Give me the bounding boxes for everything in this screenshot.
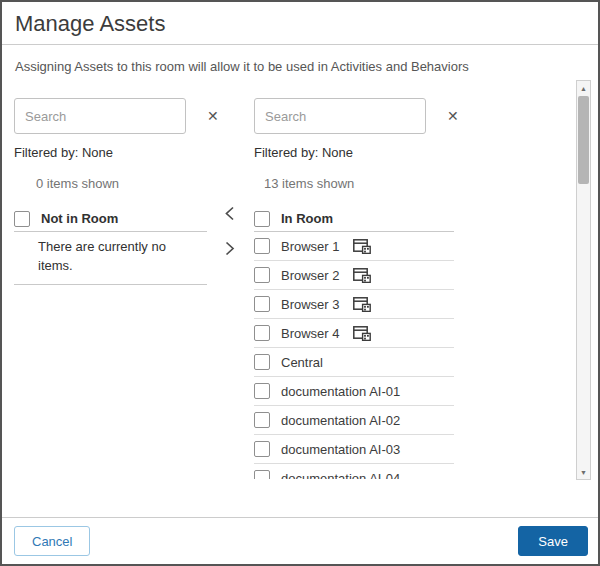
browser-app-icon [353, 268, 371, 283]
move-left-button[interactable] [223, 205, 236, 222]
asset-checkbox[interactable] [254, 441, 270, 457]
not-in-room-panel: ✕ Filtered by: None 0 items shown Not in… [14, 98, 207, 285]
asset-checkbox[interactable] [254, 354, 270, 370]
in-room-header-row: In Room [254, 206, 454, 232]
asset-checkbox[interactable] [254, 267, 270, 283]
move-right-button[interactable] [223, 240, 236, 257]
in-room-filter-status: Filtered by: None [254, 145, 454, 160]
scroll-up-icon[interactable]: ▲ [577, 81, 590, 95]
save-button[interactable]: Save [518, 526, 588, 556]
not-in-room-search-input[interactable] [15, 99, 207, 133]
cancel-button[interactable]: Cancel [14, 526, 90, 556]
chevron-right-icon [223, 245, 236, 260]
dialog-description: Assigning Assets to this room will allow… [15, 59, 469, 74]
select-all-in-room-checkbox[interactable] [254, 211, 270, 227]
asset-label: Browser 3 [281, 297, 340, 312]
browser-app-icon [353, 326, 371, 341]
select-all-not-in-room-checkbox[interactable] [14, 211, 30, 227]
in-room-list: Browser 1 Browser 2 [254, 232, 454, 479]
asset-checkbox[interactable] [254, 238, 270, 254]
asset-checkbox[interactable] [254, 296, 270, 312]
move-arrows [223, 205, 236, 257]
scroll-down-icon[interactable]: ▼ [577, 465, 590, 479]
asset-row[interactable]: Browser 4 [254, 319, 454, 348]
asset-row[interactable]: documentation AI-03 [254, 435, 454, 464]
asset-label: Browser 2 [281, 268, 340, 283]
chevron-left-icon [223, 210, 236, 225]
browser-app-icon [353, 239, 371, 254]
asset-checkbox[interactable] [254, 325, 270, 341]
asset-label: Central [281, 355, 323, 370]
footer-divider [2, 517, 598, 518]
asset-label: documentation AI-04 [281, 471, 400, 480]
not-in-room-header-label: Not in Room [41, 211, 118, 226]
asset-row[interactable]: documentation AI-02 [254, 406, 454, 435]
not-in-room-header-row: Not in Room [14, 206, 207, 232]
asset-row[interactable]: documentation AI-01 [254, 377, 454, 406]
not-in-room-filter-status: Filtered by: None [14, 145, 207, 160]
asset-row[interactable]: Browser 3 [254, 290, 454, 319]
asset-checkbox[interactable] [254, 383, 270, 399]
clear-search-icon[interactable]: ✕ [447, 108, 459, 124]
in-room-header-label: In Room [281, 211, 333, 226]
browser-app-icon [353, 297, 371, 312]
asset-checkbox[interactable] [254, 412, 270, 428]
asset-row[interactable]: Browser 1 [254, 232, 454, 261]
scrollbar-thumb[interactable] [578, 96, 589, 184]
asset-label: Browser 4 [281, 326, 340, 341]
in-room-items-count: 13 items shown [254, 176, 454, 191]
asset-label: documentation AI-02 [281, 413, 400, 428]
not-in-room-items-count: 0 items shown [14, 176, 207, 191]
title-divider [2, 44, 598, 45]
asset-row[interactable]: documentation AI-04 [254, 464, 454, 479]
clear-search-icon[interactable]: ✕ [207, 108, 219, 124]
asset-label: documentation AI-01 [281, 384, 400, 399]
dialog-title: Manage Assets [15, 11, 165, 37]
manage-assets-dialog: Manage Assets Assigning Assets to this r… [0, 0, 600, 566]
asset-label: Browser 1 [281, 239, 340, 254]
not-in-room-search-box: ✕ [14, 98, 186, 134]
in-room-panel: ✕ Filtered by: None 13 items shown In Ro… [254, 98, 454, 479]
empty-message: There are currently no items. [14, 232, 207, 285]
asset-checkbox[interactable] [254, 470, 270, 479]
vertical-scrollbar[interactable]: ▲ ▼ [576, 80, 591, 480]
in-room-search-input[interactable] [255, 99, 447, 133]
asset-row[interactable]: Browser 2 [254, 261, 454, 290]
asset-label: documentation AI-03 [281, 442, 400, 457]
in-room-search-box: ✕ [254, 98, 426, 134]
asset-row[interactable]: Central [254, 348, 454, 377]
